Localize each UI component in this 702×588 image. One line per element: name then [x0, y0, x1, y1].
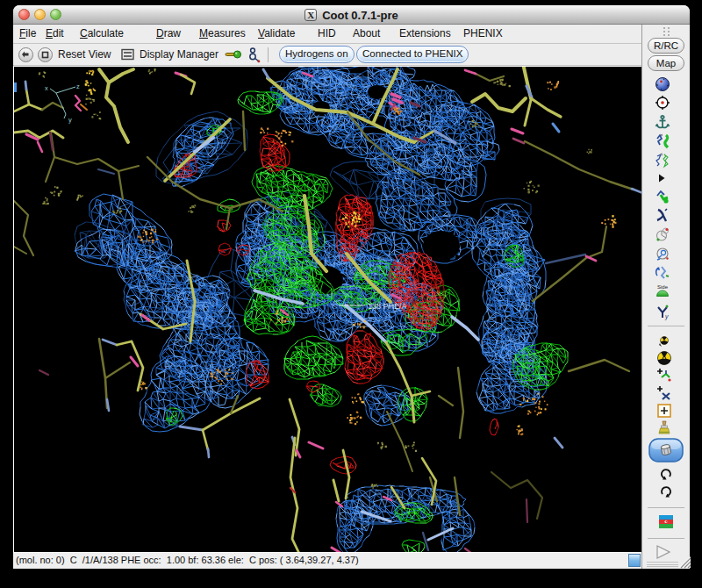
svg-text:z: z: [76, 82, 80, 90]
svg-text:Side: Side: [657, 284, 669, 290]
svg-text:138 PHE/A: 138 PHE/A: [368, 302, 407, 311]
svg-text:y: y: [664, 313, 669, 320]
svg-text:x: x: [45, 84, 48, 92]
svg-text:y: y: [68, 116, 72, 124]
